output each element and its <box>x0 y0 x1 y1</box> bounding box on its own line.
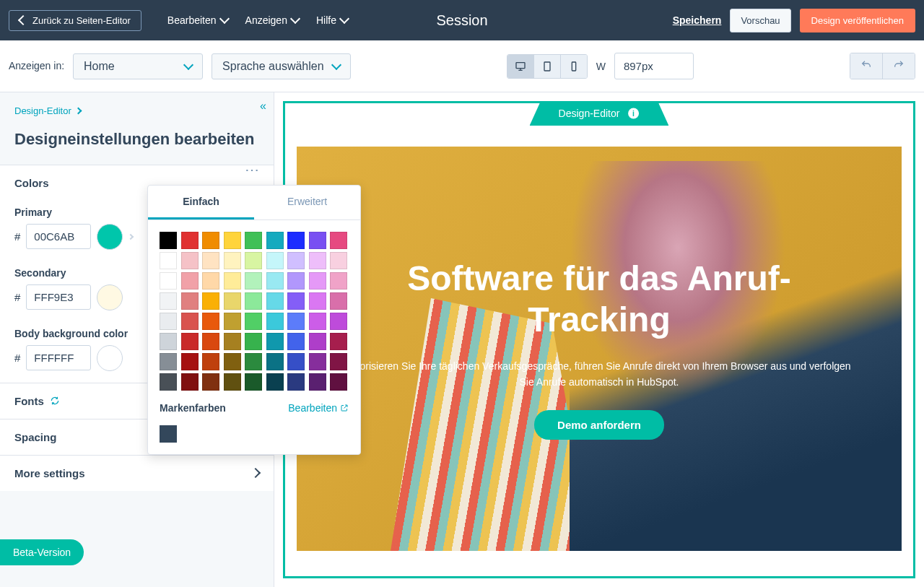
color-swatch[interactable] <box>181 252 199 269</box>
secondary-swatch[interactable] <box>97 284 123 310</box>
color-swatch[interactable] <box>224 252 241 269</box>
language-select[interactable]: Sprache auswählen <box>212 53 351 79</box>
color-swatch[interactable] <box>287 272 305 290</box>
color-swatch[interactable] <box>181 272 199 290</box>
color-swatch[interactable] <box>202 373 219 391</box>
color-swatch[interactable] <box>224 272 241 290</box>
bodybg-swatch[interactable] <box>97 345 123 371</box>
color-swatch[interactable] <box>160 292 177 310</box>
color-swatch[interactable] <box>330 353 347 370</box>
color-swatch[interactable] <box>287 373 305 391</box>
color-swatch[interactable] <box>245 272 262 290</box>
back-button[interactable]: Zurück zu Seiten-Editor <box>9 10 141 31</box>
color-swatch[interactable] <box>330 373 347 391</box>
color-swatch[interactable] <box>181 333 199 350</box>
info-icon[interactable]: i <box>627 107 640 120</box>
color-swatch[interactable] <box>309 333 326 350</box>
menu-view[interactable]: Anzeigen <box>245 14 299 26</box>
color-swatch[interactable] <box>202 313 219 330</box>
tab-simple[interactable]: Einfach <box>148 186 254 219</box>
menu-help[interactable]: Hilfe <box>316 14 348 26</box>
color-swatch[interactable] <box>245 232 262 249</box>
color-swatch[interactable] <box>160 373 177 391</box>
color-swatch[interactable] <box>309 272 326 290</box>
redo-button[interactable] <box>883 53 915 79</box>
color-swatch[interactable] <box>181 292 199 310</box>
menu-edit[interactable]: Bearbeiten <box>167 14 228 26</box>
color-swatch[interactable] <box>266 292 284 310</box>
more-menu-icon[interactable]: ⋯ <box>245 161 259 178</box>
color-swatch[interactable] <box>160 333 177 350</box>
publish-button[interactable]: Design veröffentlichen <box>800 9 915 32</box>
color-swatch[interactable] <box>202 292 219 310</box>
breadcrumb[interactable]: Design-Editor <box>0 92 274 122</box>
color-swatch[interactable] <box>224 313 241 330</box>
color-swatch[interactable] <box>202 333 219 350</box>
color-swatch[interactable] <box>181 373 199 391</box>
hero-cta-button[interactable]: Demo anfordern <box>534 410 664 440</box>
color-swatch[interactable] <box>330 232 347 249</box>
color-swatch[interactable] <box>287 353 305 370</box>
width-input[interactable] <box>614 53 694 79</box>
color-swatch[interactable] <box>245 373 262 391</box>
primary-hex-input[interactable] <box>26 224 91 249</box>
device-tablet[interactable] <box>534 55 561 78</box>
primary-swatch[interactable] <box>97 224 123 250</box>
color-swatch[interactable] <box>309 373 326 391</box>
beta-badge[interactable]: Beta-Version <box>0 539 84 565</box>
tab-advanced[interactable]: Erweitert <box>254 186 360 219</box>
color-swatch[interactable] <box>202 353 219 370</box>
color-swatch[interactable] <box>330 333 347 350</box>
color-swatch[interactable] <box>266 333 284 350</box>
bodybg-hex-input[interactable] <box>26 345 91 370</box>
color-swatch[interactable] <box>245 313 262 330</box>
preview-button[interactable]: Vorschau <box>730 9 790 32</box>
color-swatch[interactable] <box>224 292 241 310</box>
color-swatch[interactable] <box>224 232 241 249</box>
color-swatch[interactable] <box>287 333 305 350</box>
save-link[interactable]: Speichern <box>673 14 722 26</box>
color-swatch[interactable] <box>160 272 177 290</box>
color-swatch[interactable] <box>224 333 241 350</box>
color-swatch[interactable] <box>202 232 219 249</box>
page-select[interactable]: Home <box>73 53 203 79</box>
more-settings-accordion[interactable]: More settings <box>0 455 274 491</box>
brand-edit-link[interactable]: Bearbeiten <box>288 402 349 414</box>
color-swatch[interactable] <box>309 292 326 310</box>
color-swatch[interactable] <box>160 353 177 370</box>
color-swatch[interactable] <box>309 313 326 330</box>
color-swatch[interactable] <box>266 313 284 330</box>
color-swatch[interactable] <box>266 252 284 269</box>
color-swatch[interactable] <box>202 252 219 269</box>
color-swatch[interactable] <box>224 353 241 370</box>
color-swatch[interactable] <box>330 252 347 269</box>
color-swatch[interactable] <box>309 353 326 370</box>
color-swatch[interactable] <box>181 313 199 330</box>
color-swatch[interactable] <box>287 313 305 330</box>
color-swatch[interactable] <box>309 232 326 249</box>
device-desktop[interactable] <box>507 55 534 78</box>
color-swatch[interactable] <box>202 272 219 290</box>
undo-button[interactable] <box>850 53 883 79</box>
color-swatch[interactable] <box>160 232 177 249</box>
color-swatch[interactable] <box>309 252 326 269</box>
color-swatch[interactable] <box>160 313 177 330</box>
color-swatch[interactable] <box>266 373 284 391</box>
color-swatch[interactable] <box>287 252 305 269</box>
color-swatch[interactable] <box>181 232 199 249</box>
secondary-hex-input[interactable] <box>26 284 91 310</box>
color-swatch[interactable] <box>330 272 347 290</box>
color-swatch[interactable] <box>245 292 262 310</box>
color-swatch[interactable] <box>224 373 241 391</box>
brand-color-swatch[interactable] <box>160 425 177 443</box>
color-swatch[interactable] <box>266 232 284 249</box>
color-swatch[interactable] <box>181 353 199 370</box>
color-swatch[interactable] <box>266 353 284 370</box>
color-swatch[interactable] <box>160 252 177 269</box>
device-mobile[interactable] <box>561 55 587 78</box>
color-swatch[interactable] <box>287 292 305 310</box>
color-swatch[interactable] <box>245 353 262 370</box>
color-swatch[interactable] <box>266 272 284 290</box>
color-swatch[interactable] <box>245 252 262 269</box>
color-swatch[interactable] <box>330 292 347 310</box>
